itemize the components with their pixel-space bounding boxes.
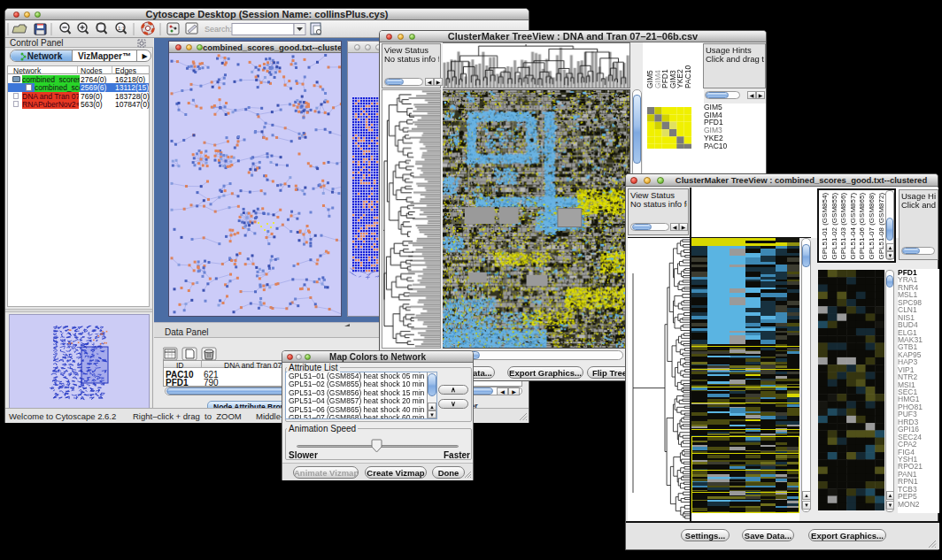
svg-text:1:1: 1:1 [118, 26, 126, 31]
svg-text:Search:: Search: [205, 25, 232, 34]
